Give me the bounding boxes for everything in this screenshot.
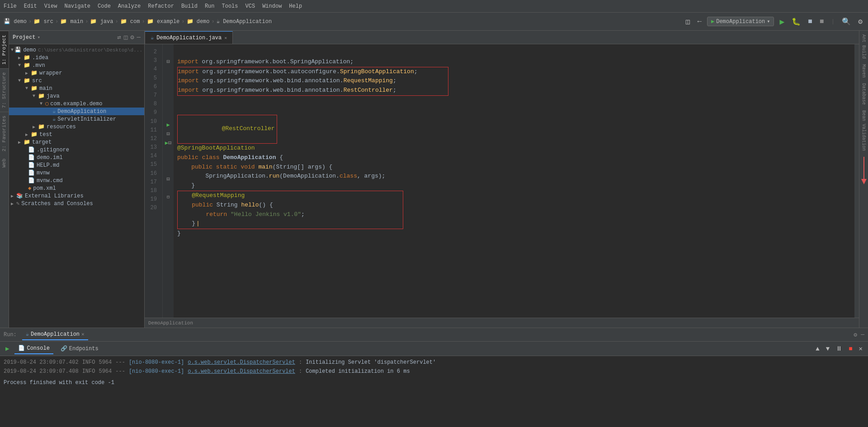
layout-btn[interactable]: ◫ — [684, 16, 692, 27]
run-gutter-icon[interactable]: ▶ — [165, 140, 168, 146]
tree-item-scratches[interactable]: ▶ ✎ Scratches and Consoles — [9, 200, 144, 207]
tree-item-iml[interactable]: 📄 demo.iml — [9, 154, 144, 161]
sidebar-tab-web[interactable]: Web — [0, 155, 9, 171]
project-panel: Project ▾ ⇄ ◫ ⚙ — ▼ 💾 demo C:\Users\Admi… — [9, 31, 145, 328]
right-strip-maven[interactable]: Maven — [860, 62, 867, 80]
tree-item-mvn[interactable]: ▼ 📁 .mvn — [9, 61, 144, 69]
run-tab-close[interactable]: ✕ — [81, 331, 85, 337]
run-config-icon: ▶ — [711, 18, 714, 25]
java-icon: ☕ — [52, 116, 56, 122]
coverage-btn[interactable]: ■ — [806, 17, 814, 27]
scroll-down-btn[interactable]: ▼ — [824, 344, 831, 353]
tree-item-demo-app[interactable]: ☕ DemoApplication — [9, 108, 144, 115]
restart-btn[interactable]: ▶ — [4, 344, 11, 353]
tree-label: pom.xml — [33, 185, 56, 192]
gutter-line-18: ⊟ — [163, 192, 174, 202]
scroll-up-btn[interactable]: ▲ — [814, 344, 821, 353]
debug-btn[interactable]: 🐛 — [790, 16, 802, 27]
menu-code[interactable]: Code — [98, 3, 111, 9]
run-config[interactable]: ▶ DemoApplication ▾ — [707, 17, 774, 26]
panel-settings-btn[interactable]: ⚙ — [130, 33, 134, 41]
breadcrumb-main[interactable]: 📁 main — [60, 18, 83, 25]
code-content[interactable]: import org.springframework.boot.SpringAp… — [174, 44, 854, 318]
sidebar-tab-favorites[interactable]: 2: Favorites — [0, 112, 9, 155]
panel-dropdown[interactable]: ▾ — [37, 34, 40, 40]
menu-file[interactable]: File — [4, 3, 17, 9]
stop-btn[interactable]: ■ — [818, 17, 826, 27]
tab-close-btn[interactable]: ✕ — [224, 35, 227, 41]
menu-window[interactable]: Window — [262, 3, 282, 9]
menu-vcs[interactable]: VCS — [245, 3, 255, 9]
tree-label: mvnw.cmd — [37, 178, 63, 184]
breadcrumb-java[interactable]: 📁 java — [90, 18, 113, 25]
menu-build[interactable]: Build — [181, 3, 198, 9]
breadcrumb-example[interactable]: 📁 example — [147, 18, 180, 25]
run-config-dropdown[interactable]: ▾ — [767, 18, 770, 25]
settings-btn[interactable]: ⚙ — [856, 16, 864, 27]
panel-collapse-btn[interactable]: ◫ — [124, 33, 127, 41]
tab-demo-app[interactable]: ☕ DemoApplication.java ✕ — [145, 31, 233, 44]
endpoints-tab[interactable]: 🔗 Endpoints — [57, 343, 102, 354]
minimize-icon[interactable]: — — [861, 331, 864, 338]
back-btn[interactable]: ← — [695, 17, 703, 27]
code-line-2 — [177, 48, 854, 57]
right-strip-ant-build[interactable]: Ant Build — [860, 33, 867, 61]
tree-item-gitignore[interactable]: 📄 .gitignore — [9, 146, 144, 154]
right-strip-database[interactable]: Database — [860, 81, 867, 107]
menu-navigate[interactable]: Navigate — [64, 3, 90, 9]
tree-item-mvnw-cmd[interactable]: 📄 mvnw.cmd — [9, 177, 144, 184]
tree-item-test[interactable]: ▶ 📁 test — [9, 131, 144, 138]
menu-edit[interactable]: Edit — [24, 3, 37, 9]
tree-item-wrapper[interactable]: ▶ 📁 wrapper — [9, 69, 144, 77]
breadcrumb-class[interactable]: ☕ DemoApplication — [217, 18, 272, 25]
breadcrumb-demo2[interactable]: 📁 demo — [187, 18, 210, 25]
tree-item-demo-root[interactable]: ▼ 💾 demo C:\Users\Administrator\Desktop\… — [9, 46, 144, 54]
code-line-3: import org.springframework.boot.SpringAp… — [177, 57, 854, 67]
run-config-tab[interactable]: ☕ DemoApplication ✕ — [22, 329, 88, 340]
menu-refactor[interactable]: Refactor — [148, 3, 174, 9]
menu-view[interactable]: View — [44, 3, 57, 9]
tree-item-servlet[interactable]: ☕ ServletInitializer — [9, 115, 144, 123]
menu-run[interactable]: Run — [205, 3, 215, 9]
tree-item-help[interactable]: 📄 HELP.md — [9, 161, 144, 169]
stop-btn[interactable]: ■ — [847, 344, 854, 353]
pause-btn[interactable]: ⏸ — [834, 344, 844, 353]
bottom-tab-actions: ⚙ — — [854, 331, 864, 338]
breadcrumb-demo[interactable]: 💾 demo — [4, 18, 27, 25]
breadcrumb-com[interactable]: 📁 com — [120, 18, 140, 25]
code-line-10: @SpringBootApplication — [177, 144, 854, 153]
panel-sync-btn[interactable]: ⇄ — [117, 33, 121, 41]
menu-analyze[interactable]: Analyze — [118, 3, 141, 9]
sidebar-tab-structure[interactable]: 7: Structure — [0, 68, 9, 112]
tree-item-mvnw[interactable]: 📄 mvnw — [9, 169, 144, 177]
console-tab[interactable]: 📄 Console — [14, 343, 53, 354]
run-label: Run: — [4, 332, 17, 338]
java-folder-icon: 📁 — [38, 93, 45, 99]
fold-icon[interactable]: ⊟ — [166, 131, 170, 137]
right-strip-bean-validation[interactable]: Bean Validation — [860, 108, 867, 153]
tree-item-resources[interactable]: ▶ 📁 resources — [9, 123, 144, 131]
tree-item-main[interactable]: ▼ 📁 main — [9, 84, 144, 92]
fold-icon[interactable]: ⊟ — [166, 176, 170, 183]
sidebar-tab-project[interactable]: 1: Project — [0, 31, 9, 68]
close-btn[interactable]: ✕ — [857, 344, 864, 353]
menu-tools[interactable]: Tools — [222, 3, 238, 9]
tree-label: demo.iml — [37, 155, 63, 161]
tree-item-target[interactable]: ▶ 📁 target — [9, 138, 144, 146]
tree-item-package[interactable]: ▼ ◯ com.example.demo — [9, 100, 144, 108]
tree-item-pom[interactable]: ◆ pom.xml — [9, 184, 144, 192]
log-pid: 5964 — [99, 358, 112, 367]
tree-item-idea[interactable]: ▶ 📁 .idea — [9, 54, 144, 61]
settings-icon[interactable]: ⚙ — [854, 331, 857, 338]
tree-item-src[interactable]: ▼ 📁 src — [9, 77, 144, 84]
tree-item-java[interactable]: ▼ 📁 java — [9, 92, 144, 100]
run-gutter-icon[interactable]: ▶ — [166, 122, 170, 128]
fold-icon[interactable]: ⊟ — [166, 58, 170, 65]
search-btn[interactable]: 🔍 — [840, 16, 853, 27]
tree-item-ext-libs[interactable]: ▶ 📚 External Libraries — [9, 192, 144, 200]
editor-scrollbar[interactable] — [854, 44, 859, 318]
menu-help[interactable]: Help — [289, 3, 302, 9]
panel-minimize-btn[interactable]: — — [137, 33, 141, 41]
run-btn[interactable]: ▶ — [778, 16, 786, 28]
breadcrumb-src[interactable]: 📁 src — [33, 18, 53, 25]
